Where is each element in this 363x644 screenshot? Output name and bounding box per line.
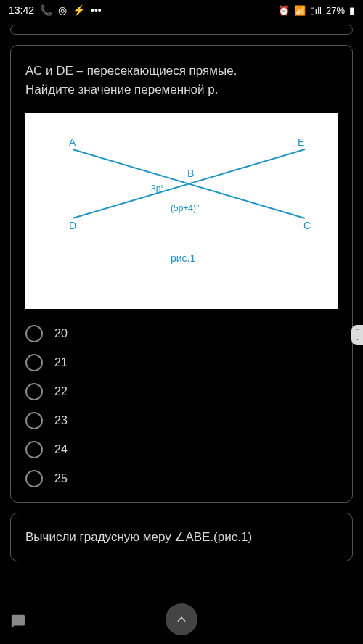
more-icon: ••• (91, 4, 102, 16)
question-line1: АС и DE – пересекающиеся прямые. (25, 64, 237, 78)
label-d: D (69, 220, 76, 231)
chevron-down-icon: ⌄ (355, 336, 360, 342)
option-label: 25 (54, 472, 68, 485)
option-label: 21 (54, 356, 68, 369)
option-3[interactable]: 23 (25, 412, 338, 429)
alarm-icon: ⏰ (278, 5, 290, 16)
label-b: B (187, 168, 194, 179)
option-2[interactable]: 22 (25, 383, 338, 400)
status-bar: 13:42 📞 ◎ ⚡ ••• ⏰ 📶 ▯ıll 27% ▮ (0, 0, 363, 20)
status-time: 13:42 (9, 4, 34, 16)
question-text: АС и DE – пересекающиеся прямые. Найдите… (25, 62, 338, 99)
chevron-up-icon (174, 612, 189, 627)
scroll-handle[interactable]: ⌃ ⌄ (351, 325, 363, 345)
question-line2: Найдите значение переменной р. (25, 83, 218, 96)
option-1[interactable]: 21 (25, 354, 338, 371)
status-right: ⏰ 📶 ▯ıll 27% ▮ (278, 5, 354, 16)
instagram-icon: ◎ (58, 4, 67, 16)
activity-icon: ⚡ (73, 4, 85, 16)
option-label: 22 (54, 385, 68, 398)
phone-icon: 📞 (40, 4, 52, 16)
status-left: 13:42 📞 ◎ ⚡ ••• (9, 4, 102, 16)
question-card: АС и DE – пересекающиеся прямые. Найдите… (10, 45, 353, 503)
chevron-up-icon: ⌃ (355, 329, 360, 334)
radio-icon (25, 412, 43, 429)
next-question-card: Вычисли градусную меру ∠АВЕ.(рис.1) (10, 513, 353, 561)
options-list: 20 21 22 23 24 25 (25, 325, 338, 487)
option-label: 20 (54, 327, 68, 340)
previous-card-edge (10, 25, 353, 35)
radio-icon (25, 354, 43, 371)
angle-1: 3p° (151, 183, 164, 194)
label-e: E (298, 136, 304, 148)
label-a: A (69, 136, 76, 148)
radio-icon (25, 470, 43, 487)
next-question-text: Вычисли градусную меру ∠АВЕ.(рис.1) (25, 529, 338, 545)
option-5[interactable]: 25 (25, 470, 338, 487)
option-0[interactable]: 20 (25, 325, 338, 342)
chat-icon[interactable] (10, 614, 26, 629)
angle-2: (5p+4)° (171, 203, 200, 213)
battery-percent: 27% (326, 5, 345, 16)
content-area: АС и DE – пересекающиеся прямые. Найдите… (0, 20, 363, 566)
scroll-top-button[interactable] (166, 603, 197, 635)
battery-icon: ▮ (349, 5, 354, 16)
option-label: 23 (54, 414, 68, 427)
radio-icon (25, 325, 43, 342)
signal-icon: ▯ıll (310, 5, 322, 16)
option-label: 24 (54, 443, 68, 456)
radio-icon (25, 441, 43, 458)
radio-icon (25, 383, 43, 400)
diagram-svg: A E B D C 3p° (5p+4)° рис.1 (25, 113, 338, 309)
diagram-box: A E B D C 3p° (5p+4)° рис.1 (25, 113, 338, 309)
wifi-icon: 📶 (294, 5, 306, 16)
label-c: C (303, 220, 311, 231)
diagram-caption: рис.1 (171, 252, 195, 264)
option-4[interactable]: 24 (25, 441, 338, 458)
